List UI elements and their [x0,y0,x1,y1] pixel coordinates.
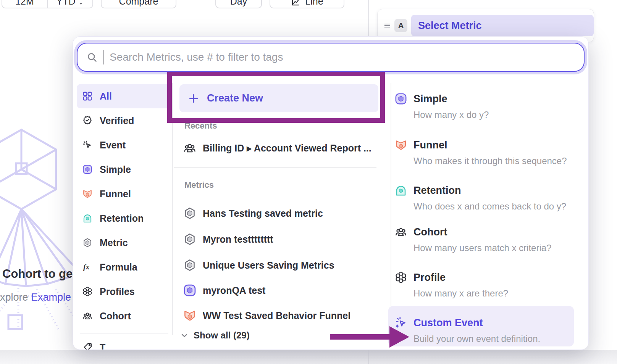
option-cohort[interactable]: Cohort How many users match x criteria? [394,225,578,254]
recent-item[interactable]: Billing ID ▸ Account Viewed Report ... [179,140,378,156]
create-new-button[interactable]: Create New [179,84,378,112]
series-letter-badge: A [394,19,407,32]
metric-list-item[interactable]: myronQA test [179,280,378,301]
section-divider [174,167,376,168]
cohort-people-icon [394,225,407,238]
sidebar-item-partial[interactable]: T [77,338,171,350]
range-12m-button[interactable]: 12M [2,0,47,8]
metrics-label: Metrics [184,180,214,190]
option-funnel[interactable]: Funnel Who makes it through this sequenc… [394,139,578,167]
profiles-cluster-icon [82,286,93,297]
example-link[interactable]: Example R [31,292,73,303]
event-cursor-icon [82,140,93,150]
tag-icon [82,342,93,350]
option-simple[interactable]: Simple How many x do y? [394,92,578,121]
recents-label: Recents [184,121,217,131]
sidebar-item-simple[interactable]: Simple [77,157,171,182]
simple-icon [183,283,197,297]
compare-button[interactable]: Compare [101,0,176,8]
text-cursor [103,50,103,64]
select-metric-chip[interactable]: Select Metric [411,15,594,36]
retention-icon [394,184,407,197]
modal-column-divider [391,83,391,335]
profiles-cluster-icon [394,271,407,284]
select-metric-modal: All Verified Event Simple Funnel Retenti… [73,36,589,350]
metric-hexagon-purple-icon [183,206,197,220]
empty-state-headline-fragment: Cohort to ge [2,267,73,281]
verified-badge-icon [82,115,93,126]
option-retention[interactable]: Retention Who does x and comes back to d… [394,184,578,212]
sidebar-item-formula[interactable]: Formula [77,255,171,279]
chevron-down-icon [180,331,189,340]
funnel-icon [82,188,93,199]
sidebar-item-verified[interactable]: Verified [77,108,171,133]
funnel-icon [394,139,407,151]
date-range-segmented-control: 12M YTD [2,0,93,8]
plus-icon [188,93,199,104]
annotation-arrow [330,334,390,340]
sidebar-item-funnel[interactable]: Funnel [77,182,171,206]
sidebar-item-retention[interactable]: Retention [77,206,171,230]
metrics-list-column: Create New Recents Billing ID ▸ Account … [179,37,378,350]
caret-down-icon [78,1,84,7]
simple-icon [82,164,93,175]
show-all-toggle[interactable]: Show all (29) [180,329,250,342]
metric-hexagon-icon [82,237,93,248]
metric-list-item[interactable]: Myron testttttttt [179,229,378,250]
metric-hexagon-purple-icon [183,232,197,246]
sidebar-item-all[interactable]: All [77,84,171,108]
metric-list-item[interactable]: WW Test Saved Behavior Funnel [179,305,378,326]
app-window: 12M YTD Compare Day Line A Select Metric [0,0,617,364]
range-ytd-button[interactable]: YTD [47,0,92,8]
metric-hexagon-purple-icon [183,258,197,272]
modal-column-divider [172,83,173,335]
cohort-people-icon [183,141,197,155]
drag-handle-icon[interactable] [383,21,391,30]
line-chart-type-button[interactable]: Line [270,0,344,8]
annotation-arrow-head [389,326,409,348]
retention-icon [82,213,93,224]
cohort-people-icon [82,311,93,321]
metric-type-sidebar: All Verified Event Simple Funnel Retenti… [77,84,171,350]
metric-list-item[interactable]: Hans Testing saved metric [179,203,378,224]
sidebar-item-event[interactable]: Event [77,133,171,157]
simple-icon [394,92,407,105]
empty-state-subtext-fragment: xplore Example R [0,292,73,303]
page-footer-strip [0,350,617,364]
option-custom-event[interactable]: Custom Event Build your own event defini… [388,306,574,346]
funnel-icon [183,309,197,322]
sidebar-item-metric[interactable]: Metric [77,230,171,255]
line-chart-icon [291,0,300,7]
formula-fx-icon [82,262,93,272]
custom-event-content: Custom Event Build your own event defini… [394,316,578,345]
grid-icon [82,91,93,101]
search-icon [87,52,97,63]
sidebar-item-cohort[interactable]: Cohort [77,304,171,328]
day-button[interactable]: Day [215,0,262,8]
option-profile[interactable]: Profile How many x are there? [394,271,578,299]
metric-list-item[interactable]: Unique Users Saving Metrics [179,254,378,276]
sidebar-item-profiles[interactable]: Profiles [77,279,171,304]
sidebar-divider [80,333,168,334]
